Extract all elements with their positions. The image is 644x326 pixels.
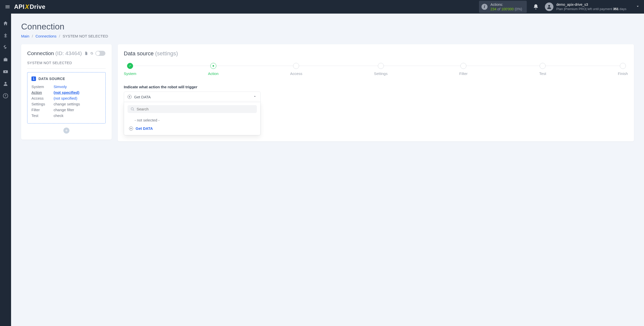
action-select: Get DATA - not selected - Get DATA — [124, 92, 261, 135]
svg-point-1 — [5, 82, 6, 84]
ds-system-link[interactable]: Simvoly — [54, 85, 67, 89]
avatar-icon — [545, 3, 553, 11]
play-icon — [128, 95, 132, 99]
user-icon[interactable] — [3, 81, 8, 87]
breadcrumb-main[interactable]: Main — [21, 34, 29, 38]
opt-not-selected[interactable]: - not selected - — [128, 116, 257, 124]
action-dropdown: - not selected - Get DATA — [124, 102, 260, 135]
play-icon — [129, 127, 133, 131]
gear-icon[interactable] — [90, 51, 94, 55]
youtube-icon[interactable] — [3, 69, 8, 74]
step-filter[interactable]: Filter — [459, 63, 467, 76]
step-access[interactable]: Access — [290, 63, 302, 76]
main-content: Connection Main / Connections / SYSTEM N… — [11, 14, 644, 326]
step-test[interactable]: Test — [539, 63, 546, 76]
sitemap-icon[interactable] — [3, 33, 8, 38]
user-plan: Plan |Premium PRO| left until payment 35… — [556, 7, 627, 11]
ds-filter-link[interactable]: change filter — [54, 108, 74, 112]
actions-counter[interactable]: i Actions: 234 of 100'000 (0%) — [479, 1, 527, 13]
menu-icon[interactable] — [4, 3, 11, 10]
opt-get-data[interactable]: Get DATA — [128, 124, 257, 133]
step-finish[interactable]: Finish — [618, 63, 628, 76]
action-select-toggle[interactable]: Get DATA — [124, 92, 260, 102]
connection-panel: Connection (ID: 43464) SYSTEM NOT SELECT… — [21, 44, 112, 140]
connection-subtitle: SYSTEM NOT SELECTED — [27, 61, 106, 69]
ds-title: DATA SOURCE — [38, 77, 65, 81]
ds-action-link[interactable]: (not specified) — [54, 90, 79, 95]
left-sidebar — [0, 14, 11, 326]
search-icon — [131, 107, 135, 111]
page-title: Connection — [21, 22, 634, 31]
data-source-box: 1 DATA SOURCE SystemSimvoly Action(not s… — [27, 72, 106, 124]
chevron-up-icon — [253, 94, 257, 99]
settings-panel: Data source (settings) System Action Acc… — [118, 44, 634, 141]
ds-settings-link[interactable]: change settings — [54, 102, 80, 106]
chevron-down-icon[interactable] — [635, 4, 640, 10]
logo[interactable]: APIXDrive — [14, 3, 46, 10]
ds-access-link[interactable]: (not specified) — [54, 96, 77, 100]
action-search[interactable] — [128, 105, 257, 113]
add-button[interactable]: + — [63, 128, 69, 134]
breadcrumb-current: SYSTEM NOT SELECTED — [63, 34, 108, 38]
stepper: System Action Access Settings Filter Tes… — [124, 63, 628, 76]
ds-test-link[interactable]: check — [54, 113, 63, 118]
bell-icon[interactable] — [533, 4, 539, 10]
home-icon[interactable] — [3, 21, 8, 26]
file-icon[interactable] — [84, 51, 88, 55]
info-icon: i — [481, 4, 488, 10]
step-action[interactable]: Action — [208, 63, 219, 76]
step-settings[interactable]: Settings — [374, 63, 387, 76]
help-icon[interactable] — [3, 93, 8, 99]
ds-badge: 1 — [31, 76, 36, 81]
connection-title: Connection (ID: 43464) — [27, 50, 82, 56]
breadcrumb-connections[interactable]: Connections — [35, 34, 56, 38]
action-field-label: Indicate what action the robot will trig… — [124, 85, 628, 89]
settings-title: Data source (settings) — [124, 50, 628, 57]
briefcase-icon[interactable] — [3, 57, 8, 62]
step-system[interactable]: System — [124, 63, 136, 76]
breadcrumb: Main / Connections / SYSTEM NOT SELECTED — [21, 34, 634, 38]
dollar-icon[interactable] — [3, 45, 8, 50]
user-name: demo_apix-drive_s3 — [556, 2, 627, 7]
svg-point-0 — [548, 5, 550, 7]
user-menu[interactable]: demo_apix-drive_s3 Plan |Premium PRO| le… — [545, 2, 640, 11]
connection-toggle[interactable] — [95, 51, 105, 56]
action-search-input[interactable] — [137, 107, 254, 111]
svg-point-3 — [5, 97, 6, 97]
top-header: APIXDrive i Actions: 234 of 100'000 (0%)… — [0, 0, 644, 14]
actions-label: Actions: — [491, 2, 522, 7]
